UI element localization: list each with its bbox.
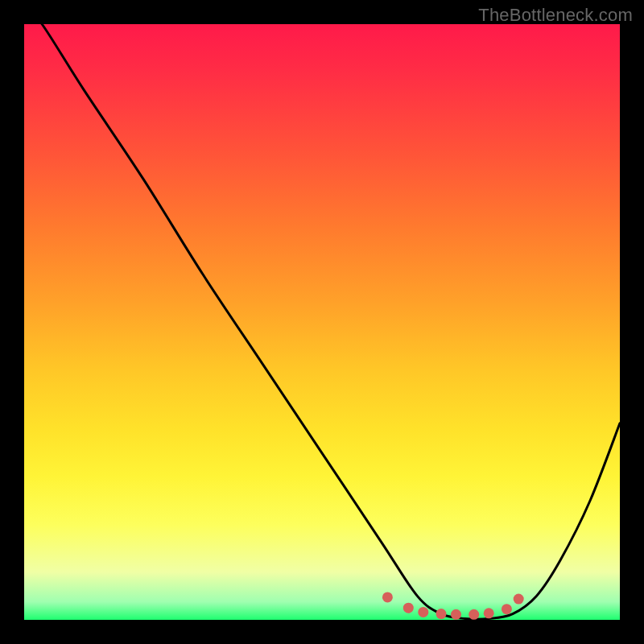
curve-line xyxy=(24,6,620,619)
marker-dot xyxy=(469,609,479,620)
marker-dot xyxy=(484,608,494,618)
plot-area xyxy=(24,24,620,620)
attribution-text: TheBottleneck.com xyxy=(478,5,633,26)
marker-dot xyxy=(514,594,524,605)
marker-dot xyxy=(451,609,461,620)
chart-frame: TheBottleneck.com xyxy=(0,0,644,644)
marker-dot xyxy=(502,604,512,614)
chart-svg xyxy=(24,24,620,620)
marker-dot xyxy=(382,592,393,602)
marker-dot xyxy=(418,607,428,617)
highlight-markers xyxy=(382,592,524,619)
marker-dot xyxy=(403,603,414,613)
marker-dot xyxy=(436,609,447,619)
